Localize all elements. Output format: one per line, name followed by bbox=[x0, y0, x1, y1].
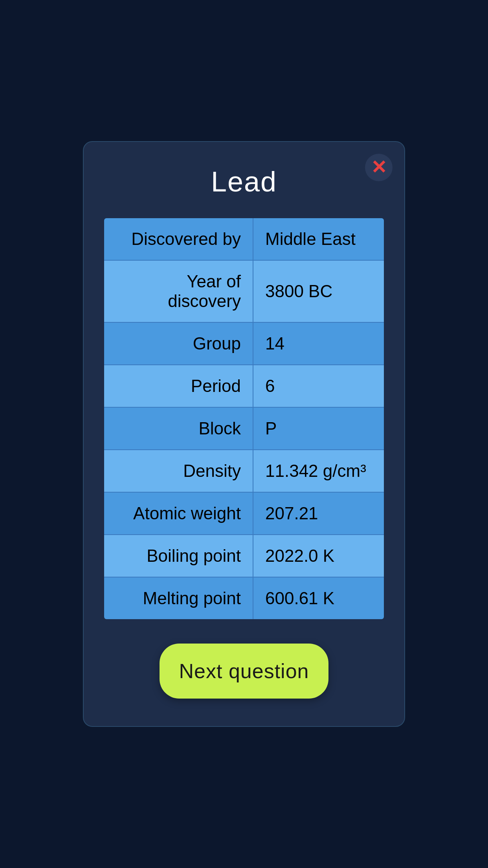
overlay: ✕ Lead Discovered byMiddle EastYear of d… bbox=[0, 0, 488, 868]
row-label: Group bbox=[104, 322, 253, 365]
table-row: Boiling point2022.0 K bbox=[104, 535, 384, 577]
close-icon: ✕ bbox=[371, 158, 387, 177]
row-label: Melting point bbox=[104, 577, 253, 620]
next-question-button[interactable]: Next question bbox=[160, 644, 328, 699]
row-value: 6 bbox=[253, 365, 384, 407]
table-row: Melting point600.61 K bbox=[104, 577, 384, 620]
close-button[interactable]: ✕ bbox=[365, 154, 393, 181]
element-title: Lead bbox=[103, 166, 385, 198]
table-row: Year of discovery3800 BC bbox=[104, 260, 384, 322]
modal-dialog: ✕ Lead Discovered byMiddle EastYear of d… bbox=[83, 141, 405, 727]
row-label: Year of discovery bbox=[104, 260, 253, 322]
row-value: 3800 BC bbox=[253, 260, 384, 322]
row-label: Boiling point bbox=[104, 535, 253, 577]
table-row: Atomic weight207.21 bbox=[104, 492, 384, 535]
row-label: Block bbox=[104, 407, 253, 450]
row-value: 2022.0 K bbox=[253, 535, 384, 577]
table-row: BlockP bbox=[104, 407, 384, 450]
row-value: 600.61 K bbox=[253, 577, 384, 620]
next-question-label: Next question bbox=[179, 660, 309, 682]
row-label: Density bbox=[104, 450, 253, 492]
row-value: P bbox=[253, 407, 384, 450]
row-label: Discovered by bbox=[104, 218, 253, 260]
row-value: Middle East bbox=[253, 218, 384, 260]
table-row: Group14 bbox=[104, 322, 384, 365]
row-value: 11.342 g/cm³ bbox=[253, 450, 384, 492]
row-label: Period bbox=[104, 365, 253, 407]
table-row: Period6 bbox=[104, 365, 384, 407]
table-row: Discovered byMiddle East bbox=[104, 218, 384, 260]
row-value: 207.21 bbox=[253, 492, 384, 535]
row-label: Atomic weight bbox=[104, 492, 253, 535]
element-info-table: Discovered byMiddle EastYear of discover… bbox=[103, 217, 385, 620]
table-row: Density11.342 g/cm³ bbox=[104, 450, 384, 492]
row-value: 14 bbox=[253, 322, 384, 365]
